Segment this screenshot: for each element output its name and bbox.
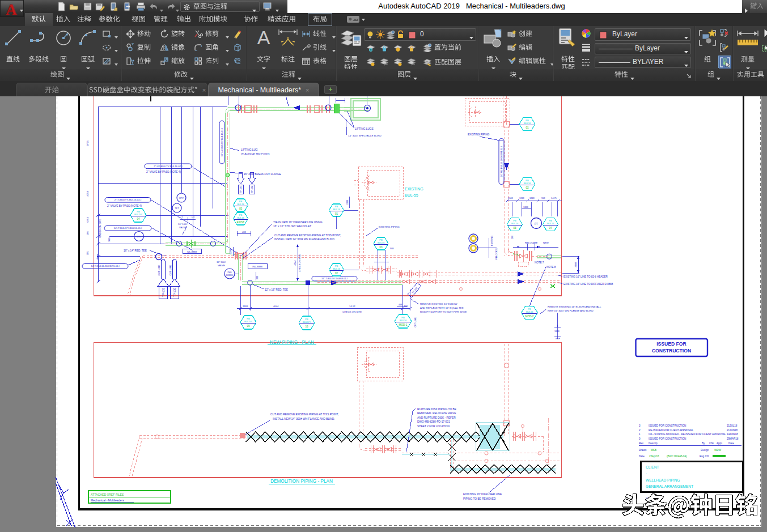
svg-text:16" x 14" RED. TEE: 16" x 14" RED. TEE bbox=[124, 249, 147, 252]
svg-text:REMOVE EXISTING 16" ELBOW: REMOVE EXISTING 16" ELBOW bbox=[420, 303, 457, 305]
svg-text:BUL16: BUL16 bbox=[400, 319, 407, 322]
svg-text:CUT AND REMOVE EXISTING PIPING: CUT AND REMOVE EXISTING PIPING AT THIS P… bbox=[274, 234, 341, 237]
svg-text:REF: REF bbox=[556, 337, 560, 340]
svg-text:1188: 1188 bbox=[243, 305, 248, 308]
svg-text:BUL16: BUL16 bbox=[237, 203, 244, 206]
svg-text:VALVE: VALVE bbox=[179, 226, 187, 229]
svg-text:RUPTURE DISK PIPING TO BE: RUPTURE DISK PIPING TO BE bbox=[417, 408, 456, 411]
svg-text:14APR18: 14APR18 bbox=[727, 433, 738, 436]
svg-text:CUT AND REMOVE EXISTING PIPING: CUT AND REMOVE EXISTING PIPING AT THIS P… bbox=[270, 413, 338, 416]
svg-text:Eng Chf: Eng Chf bbox=[700, 455, 709, 458]
svg-text:1818: 1818 bbox=[519, 197, 524, 199]
svg-text:EXISTING PIPING: EXISTING PIPING bbox=[379, 225, 400, 228]
svg-text:MODIFY SUPPORT TO SUIT PIPE SH: MODIFY SUPPORT TO SUIT PIPE SHOE bbox=[420, 310, 467, 313]
svg-text:O/L- 9 PIPING MODIFIED - RE-IS: O/L- 9 PIPING MODIFIED - RE-ISSUED FOR C… bbox=[649, 433, 726, 436]
svg-text:DEMOLITION PIPING - PLAN: DEMOLITION PIPING - PLAN bbox=[270, 479, 333, 484]
svg-text:SHEET 2 FOR LOCATION: SHEET 2 FOR LOCATION bbox=[417, 425, 450, 428]
svg-text:REMOVE EXISTING 16" ELBOW AND: REMOVE EXISTING 16" ELBOW AND INSTALL bbox=[548, 305, 601, 308]
svg-text:VALVE: VALVE bbox=[218, 264, 225, 267]
svg-text:31JUL18: 31JUL18 bbox=[727, 424, 738, 427]
svg-text:EXIST: EXIST bbox=[237, 221, 244, 224]
svg-text:IVL-8888: IVL-8888 bbox=[187, 250, 197, 253]
svg-text:BULIYY: BULIYY bbox=[244, 320, 253, 323]
svg-text:PIPING TO BE REMOVED: PIPING TO BE REMOVED bbox=[463, 497, 496, 500]
svg-text:BUL16: BUL16 bbox=[237, 216, 244, 219]
svg-text:CUT LINE: CUT LINE bbox=[169, 265, 172, 275]
svg-text:WDW: WDW bbox=[714, 449, 722, 452]
svg-text:Mechanical - Multileaders: Mechanical - Multileaders bbox=[91, 499, 124, 502]
svg-text:EXISTING 16" LINE TO DIFFUSER: EXISTING 16" LINE TO DIFFUSER D-8888 bbox=[563, 283, 613, 286]
svg-text:RE-ISSUED FOR CLIENT APPROVAL: RE-ISSUED FOR CLIENT APPROVAL bbox=[649, 429, 693, 432]
svg-text:NOTE 7: NOTE 7 bbox=[535, 261, 544, 264]
svg-text:14"-T-BUL16-260HDR1-01-I: 14"-T-BUL16-260HDR1-01-I bbox=[91, 265, 119, 267]
svg-text:1848: 1848 bbox=[508, 197, 513, 199]
svg-text:1888: 1888 bbox=[523, 206, 528, 208]
svg-text:···: ··· bbox=[346, 97, 349, 100]
svg-text:14.75: 14.75 bbox=[551, 197, 557, 199]
svg-text:16"-U2-BULIYY-BUL16-01-I: 16"-U2-BULIYY-BUL16-01-I bbox=[221, 128, 223, 156]
svg-text:A: A bbox=[257, 27, 270, 48]
svg-text:EXISTING: EXISTING bbox=[491, 236, 493, 246]
svg-text:BUL16: BUL16 bbox=[547, 222, 554, 225]
svg-text:LIFTING LUG: LIFTING LUG bbox=[241, 148, 258, 151]
svg-text:INL-8888: INL-8888 bbox=[252, 265, 262, 268]
svg-text:AND RUPTURE DISK - REFER: AND RUPTURE DISK - REFER bbox=[417, 416, 456, 419]
svg-text:MOD-1: MOD-1 bbox=[399, 324, 408, 326]
svg-text:(B&V 190448-04): (B&V 190448-04) bbox=[667, 455, 687, 458]
svg-text:EXISTING: EXISTING bbox=[405, 187, 423, 191]
svg-text:BUL16: BUL16 bbox=[524, 122, 531, 125]
svg-text:6463: 6463 bbox=[86, 217, 89, 223]
svg-text:LIFTING LUGS: LIFTING LUGS bbox=[355, 127, 374, 130]
svg-text:WELLHEAD PIPING: WELLHEAD PIPING bbox=[646, 478, 680, 482]
svg-text:RELOCATE: RELOCATE bbox=[525, 241, 537, 244]
svg-text:NEW: NEW bbox=[543, 241, 549, 244]
svg-text:EXISTING 16" LINE TO 82-8 HEAD: EXISTING 16" LINE TO 82-8 HEADER bbox=[563, 275, 608, 278]
svg-text:REMOVED. RELOCATE VALVE: REMOVED. RELOCATE VALVE bbox=[417, 412, 456, 415]
svg-text:23Apr18: 23Apr18 bbox=[649, 455, 659, 458]
svg-text:488: 488 bbox=[242, 231, 246, 233]
svg-text:2"-T-BULIYY-BUL16-02-I: 2"-T-BULIYY-BUL16-02-I bbox=[115, 198, 141, 201]
svg-text:21JUN18: 21JUN18 bbox=[727, 429, 738, 432]
svg-text:16: 16 bbox=[305, 325, 308, 328]
svg-text:12" x 16" RED. TEE: 12" x 16" RED. TEE bbox=[265, 288, 288, 291]
svg-text:D8888D: D8888D bbox=[226, 274, 234, 276]
svg-text:Chk: Chk bbox=[709, 442, 714, 445]
svg-text:02: 02 bbox=[335, 272, 338, 275]
svg-text:TP-101: TP-101 bbox=[162, 288, 165, 297]
svg-text:BUL16: BUL16 bbox=[333, 208, 340, 211]
svg-text:29MAR18: 29MAR18 bbox=[727, 437, 739, 440]
svg-text:CUT LINE: CUT LINE bbox=[414, 317, 417, 327]
svg-text:ISSUED FOR: ISSUED FOR bbox=[656, 341, 687, 347]
svg-text:CHECK ON SITE: CHECK ON SITE bbox=[342, 310, 362, 313]
svg-text:MOD-2: MOD-2 bbox=[526, 315, 534, 318]
svg-text:2: 2 bbox=[639, 429, 641, 432]
svg-text:16"-T-BULIYY-D0868-01-I: 16"-T-BULIYY-D0868-01-I bbox=[321, 277, 348, 280]
svg-text:DWG-MB-8280-PD-17-001: DWG-MB-8280-PD-17-001 bbox=[417, 420, 450, 423]
svg-text:HPV: HPV bbox=[179, 197, 184, 199]
svg-text:NOTE 8: NOTE 8 bbox=[546, 266, 556, 269]
svg-text:BUL16: BUL16 bbox=[511, 222, 519, 225]
svg-text:BUL16: BUL16 bbox=[378, 241, 385, 244]
svg-text:A: A bbox=[6, 1, 17, 18]
svg-text:Rev: Rev bbox=[639, 442, 644, 445]
svg-text:1298: 1298 bbox=[229, 249, 232, 254]
svg-text:NEW 16" 300# WN FLANGE AND BLI: NEW 16" 300# WN FLANGE AND BLIND bbox=[548, 309, 594, 312]
svg-text:988: 988 bbox=[390, 247, 394, 250]
svg-text:3: 3 bbox=[639, 424, 641, 427]
svg-text:16"-U2-BUL16-260HDR1-01-I: 16"-U2-BUL16-260HDR1-01-I bbox=[500, 146, 503, 177]
svg-text:04: 04 bbox=[137, 218, 140, 220]
svg-text:16" x 16" STD. WT. WELDOLET: 16" x 16" STD. WT. WELDOLET bbox=[273, 225, 311, 228]
svg-text:1848: 1848 bbox=[529, 197, 535, 199]
svg-text:2" VALVE BY-PASS (NOTE 4): 2" VALVE BY-PASS (NOTE 4) bbox=[107, 205, 142, 207]
svg-text:BUL16: BUL16 bbox=[333, 267, 340, 270]
svg-text:05: 05 bbox=[239, 207, 243, 210]
svg-text:04: 04 bbox=[549, 227, 552, 229]
svg-text:-: - bbox=[646, 471, 647, 475]
svg-text:03: 03 bbox=[379, 246, 383, 249]
svg-text:BUL16: BUL16 bbox=[526, 310, 533, 313]
svg-text:14" 300# SPECTACLE BLIND: 14" 300# SPECTACLE BLIND bbox=[348, 134, 382, 137]
svg-text:2"-U2-BULIYY-BUL16-02-I: 2"-U2-BULIYY-BUL16-02-I bbox=[154, 165, 183, 168]
svg-text:INSTALL NEW 14" 300# WN FLANGE: INSTALL NEW 14" 300# WN FLANGE AND BLIND… bbox=[274, 238, 335, 241]
svg-text:988: 988 bbox=[108, 237, 111, 242]
svg-text:9756: 9756 bbox=[86, 141, 89, 146]
